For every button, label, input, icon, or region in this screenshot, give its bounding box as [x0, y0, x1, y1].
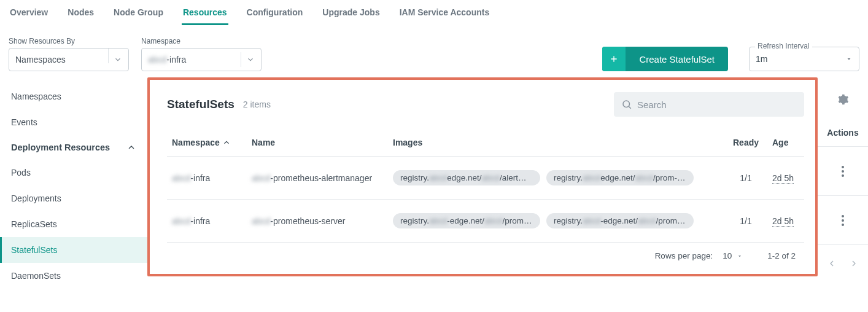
sidebar-item-events[interactable]: Events [0, 109, 147, 135]
statefulsets-table: Namespace Name Images Ready Age abcd-in [167, 131, 804, 242]
svg-point-2 [623, 101, 630, 107]
cell-name: abcd-prometheus-server [247, 200, 388, 243]
right-column: Actions [818, 77, 868, 276]
pagination-range: 1-2 of 2 [767, 251, 796, 260]
cell-age: 2d 5h [767, 157, 804, 200]
namespace-label: Namespace [141, 37, 262, 45]
tab-configuration[interactable]: Configuration [246, 5, 304, 25]
create-statefulset-button[interactable]: Create StatefulSet [602, 47, 728, 71]
sidebar-item-daemonsets[interactable]: DaemonSets [0, 263, 147, 289]
tab-resources[interactable]: Resources [182, 5, 228, 25]
cell-ready: 1/1 [724, 157, 767, 200]
refresh-interval-select[interactable]: 1m [749, 47, 859, 71]
chevron-up-icon [126, 142, 136, 152]
show-resources-by-select[interactable]: Namespaces [9, 48, 129, 71]
create-button-label: Create StatefulSet [626, 54, 728, 64]
panel-title: StatefulSets [167, 98, 234, 111]
panel-count: 2 items [243, 99, 271, 109]
image-chip: registry.abcd-edge.net/abcd/prom-co… [393, 213, 540, 228]
image-chip: registry.abcd-edge.net/abcd/prometh… [546, 213, 694, 228]
search-box[interactable] [614, 92, 804, 117]
cell-ready: 1/1 [724, 200, 767, 243]
tab-node-group[interactable]: Node Group [112, 5, 165, 25]
table-footer: Rows per page: 10 1-2 of 2 [167, 242, 804, 269]
main-layout: NamespacesEventsDeployment ResourcesPods… [0, 77, 868, 289]
cell-name: abcd-prometheus-alertmanager [247, 157, 388, 200]
sidebar-item-deployments[interactable]: Deployments [0, 185, 147, 211]
content-area: StatefulSets 2 items Names [147, 77, 868, 289]
col-actions: Actions [818, 122, 868, 146]
sidebar-item-namespaces[interactable]: Namespaces [0, 84, 147, 109]
col-namespace[interactable]: Namespace [167, 131, 247, 157]
show-resources-by-value: Namespaces [15, 55, 103, 64]
sidebar-item-statefulsets[interactable]: StatefulSets [0, 237, 147, 263]
table-row[interactable]: abcd-infraabcd-prometheus-serverregistry… [167, 200, 804, 243]
sidebar-item-replicasets[interactable]: ReplicaSets [0, 211, 147, 237]
cell-namespace: abcd-infra [167, 157, 247, 200]
table-row[interactable]: abcd-infraabcd-prometheus-alertmanagerre… [167, 157, 804, 200]
cell-images: registry.abcdedge.net/abcd/alertma…regis… [388, 157, 724, 200]
refresh-interval-field: Refresh Interval 1m [749, 47, 859, 71]
col-name[interactable]: Name [247, 131, 388, 157]
col-images[interactable]: Images [388, 131, 724, 157]
tab-iam-service-accounts[interactable]: IAM Service Accounts [398, 5, 491, 25]
kebab-icon [838, 162, 848, 181]
image-chip: registry.abcdedge.net/abcd/alertma… [393, 170, 540, 185]
refresh-interval-label: Refresh Interval [755, 42, 812, 50]
search-input[interactable] [637, 99, 797, 110]
kebab-icon [838, 211, 848, 230]
search-icon [621, 99, 632, 110]
caret-down-icon [845, 55, 853, 63]
image-chip: registry.abcdedge.net/abcd/prom-co… [546, 170, 694, 185]
sidebar-item-pods[interactable]: Pods [0, 160, 147, 185]
sidebar: NamespacesEventsDeployment ResourcesPods… [0, 77, 147, 289]
filter-bar: Show Resources By Namespaces Namespace a… [0, 26, 868, 77]
top-tabs: OverviewNodesNode GroupResourcesConfigur… [0, 0, 868, 26]
page-prev-icon[interactable] [827, 259, 837, 268]
chevron-down-icon [114, 55, 122, 64]
gear-icon[interactable] [837, 93, 849, 106]
sort-asc-icon [222, 138, 231, 147]
page-next-icon[interactable] [849, 259, 859, 268]
tab-overview[interactable]: Overview [9, 5, 49, 25]
show-resources-by-label: Show Resources By [9, 37, 129, 45]
plus-icon [602, 47, 626, 71]
sidebar-group-deployment-resources[interactable]: Deployment Resources [0, 135, 147, 160]
show-resources-by-field: Show Resources By Namespaces [9, 37, 129, 71]
highlighted-panel: StatefulSets 2 items Names [147, 77, 818, 276]
cell-age: 2d 5h [767, 200, 804, 243]
refresh-interval-value: 1m [756, 54, 767, 64]
row-actions[interactable] [818, 195, 868, 244]
cell-namespace: abcd-infra [167, 200, 247, 243]
namespace-select[interactable]: abcd▨▨▨-infra-infra [141, 48, 262, 71]
namespace-field: Namespace abcd▨▨▨-infra-infra [141, 37, 262, 71]
rows-per-page[interactable]: Rows per page: 10 [655, 251, 743, 260]
chevron-down-icon [246, 55, 255, 64]
namespace-value: abcd▨▨▨-infra-infra [148, 55, 236, 64]
tab-nodes[interactable]: Nodes [66, 5, 95, 25]
caret-down-icon [737, 253, 743, 259]
row-actions[interactable] [818, 146, 868, 195]
col-ready[interactable]: Ready [724, 131, 767, 157]
pager [818, 244, 868, 276]
col-age[interactable]: Age [767, 131, 804, 157]
tab-upgrade-jobs[interactable]: Upgrade Jobs [321, 5, 381, 25]
cell-images: registry.abcd-edge.net/abcd/prom-co…regi… [388, 200, 724, 243]
svg-line-3 [629, 106, 630, 108]
